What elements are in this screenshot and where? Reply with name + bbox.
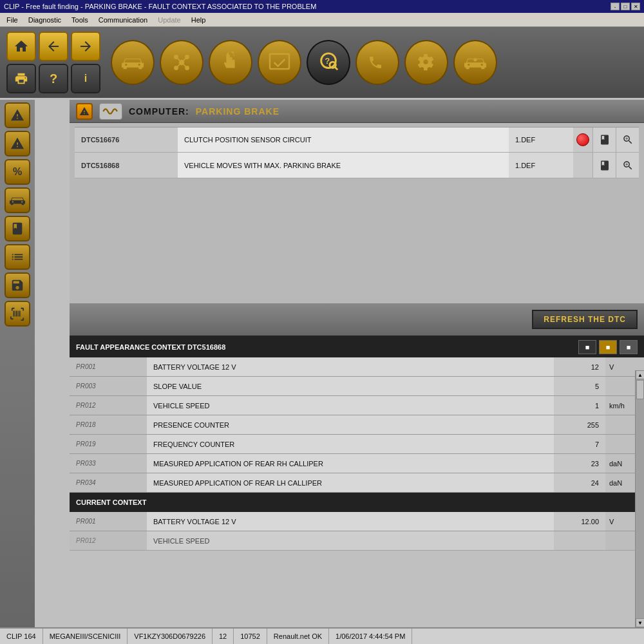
ctx-row-pr019: PR019 FREQUENCY COUNTER 7 [70,435,644,454]
ctx-val-pr019: 7 [554,435,605,453]
cur-ctx-desc-pr012: VEHICLE SPEED [147,531,554,550]
status-bar: CLIP 164 MEGANEIII/SCENICIII VF1KZY306D0… [0,627,644,644]
menu-file[interactable]: File [3,15,22,24]
svg-line-8 [182,62,187,68]
menu-help[interactable]: Help [187,15,210,24]
fault-tool-button[interactable]: ? [307,40,350,85]
fh-btn-1[interactable]: ■ [578,340,596,354]
cur-ctx-val-pr001: 12.00 [554,512,605,531]
scrollbar[interactable]: ▲ ▼ [635,370,644,627]
nav-group: ? i [6,32,100,93]
cur-ctx-code-pr012: PR012 [70,531,147,550]
gearbox-tool-button[interactable] [160,40,204,85]
dtc-book-button-2[interactable] [592,153,616,178]
svg-line-12 [334,67,337,70]
svg-rect-9 [270,54,289,69]
ctx-desc-pr034: MEASURED APPLICATION OF REAR LH CALLIPER [147,473,554,492]
cur-ctx-row-pr012: PR012 VEHICLE SPEED [70,531,644,551]
svg-text:?: ? [325,56,330,66]
svg-line-5 [176,57,182,63]
dtc-red-dot-1 [576,133,589,146]
status-network: Renault.net OK [267,629,329,644]
status-vin: VF1KZY306D0679226 [128,629,213,644]
window-title: CLIP - Free fault finding - PARKING BRAK… [4,3,316,10]
check-tool-button[interactable] [258,40,301,85]
menu-communication[interactable]: Communication [95,15,151,24]
dtc-indicator-2 [573,153,592,178]
wrench-tool-button[interactable] [404,40,448,85]
status-vehicle: MEGANEIII/SCENICIII [43,629,128,644]
sidebar-warning2-button[interactable] [5,131,30,156]
sidebar-warning1-button[interactable] [5,102,30,128]
ctx-row-pr003: PR003 SLOPE VALUE 5 [70,377,644,396]
scroll-down-button[interactable]: ▼ [636,618,644,627]
fault-context-table: PR001 BATTERY VOLTAGE 12 V 12 V PR003 SL… [70,357,644,493]
ctx-desc-pr019: FREQUENCY COUNTER [147,435,554,453]
dtc-row-2: DTC516868 VEHICLE MOVES WITH MAX. PARKIN… [75,153,639,178]
ctx-val-pr003: 5 [554,377,605,395]
info-button[interactable]: i [71,64,100,93]
dtc-desc-2: VEHICLE MOVES WITH MAX. PARKING BRAKE [178,153,509,178]
dtc-book-button-1[interactable] [592,128,616,152]
ctx-val-pr012: 1 [554,396,605,415]
fault-context: FAULT APPEARANCE CONTEXT DTC516868 ■ ■ ■… [70,336,644,551]
title-bar-controls: - □ ✕ [611,3,640,10]
top-toolbar: ? i ? [0,27,644,98]
ctx-code-pr003: PR003 [70,377,147,395]
refresh-dtc-button[interactable]: REFRESH THE DTC [532,310,638,329]
title-bar: CLIP - Free fault finding - PARKING BRAK… [0,0,644,13]
cur-ctx-desc-pr001: BATTERY VOLTAGE 12 V [147,512,554,531]
dtc-code-2: DTC516868 [75,153,178,178]
sidebar-percent-button[interactable]: % [5,159,30,185]
close-button[interactable]: ✕ [631,3,640,10]
menu-update[interactable]: Update [154,15,184,24]
svg-line-7 [176,62,182,68]
dtc-actions-1 [592,128,639,152]
computer-name: PARKING BRAKE [196,106,279,117]
ctx-code-pr018: PR018 [70,415,147,434]
ctx-code-pr034: PR034 [70,473,147,492]
current-context-header: CURRENT CONTEXT [70,493,644,512]
computer-label-prefix: COMPUTER: [129,106,189,117]
dtc-zoom-button-1[interactable] [616,128,639,152]
menu-bar: File Diagnostic Tools Communication Upda… [0,13,644,27]
dtc-code-1: DTC516676 [75,128,178,152]
current-context-title: CURRENT CONTEXT [76,498,146,506]
menu-diagnostic[interactable]: Diagnostic [24,15,65,24]
back-button[interactable] [39,32,68,61]
fh-btn-2[interactable]: ■ [599,340,617,354]
print-button[interactable] [6,64,36,93]
phone-tool-button[interactable] [355,40,399,85]
sidebar-save-button[interactable] [5,272,30,298]
sidebar-book-button[interactable] [5,216,30,242]
help-button[interactable]: ? [39,64,68,93]
fh-btn-3[interactable]: ■ [620,340,638,354]
ctx-row-pr034: PR034 MEASURED APPLICATION OF REAR LH CA… [70,473,644,493]
dtc-area: DTC516676 CLUTCH POSITION SENSOR CIRCUIT… [70,123,644,182]
warning-icon [76,103,93,120]
forward-button[interactable] [71,32,100,61]
squiggle-icon [99,103,122,120]
dtc-zoom-button-2[interactable] [616,153,639,178]
ctx-desc-pr018: PRESENCE COUNTER [147,415,554,434]
scroll-thumb[interactable] [636,380,644,399]
ctx-row-pr018: PR018 PRESENCE COUNTER 255 [70,415,644,435]
sidebar-barcode-button[interactable] [5,301,30,327]
cur-ctx-row-pr001: PR001 BATTERY VOLTAGE 12 V 12.00 V [70,512,644,531]
svg-point-14 [473,58,477,61]
ctx-row-pr001: PR001 BATTERY VOLTAGE 12 V 12 V [70,357,644,377]
maximize-button[interactable]: □ [621,3,630,10]
toolbar-icons: ? [111,40,638,85]
dtc-actions-2 [592,153,639,178]
home-button[interactable] [6,32,36,61]
minimize-button[interactable]: - [611,3,620,10]
touch-tool-button[interactable] [209,40,252,85]
ctx-val-pr034: 24 [554,473,605,492]
vehicle-tool-button[interactable] [111,40,155,85]
scroll-up-button[interactable]: ▲ [636,370,644,379]
sidebar-list-button[interactable] [5,244,30,270]
menu-tools[interactable]: Tools [68,15,92,24]
sidebar-car-button[interactable] [5,187,30,213]
car2-tool-button[interactable] [453,40,497,85]
ctx-desc-pr012: VEHICLE SPEED [147,396,554,415]
